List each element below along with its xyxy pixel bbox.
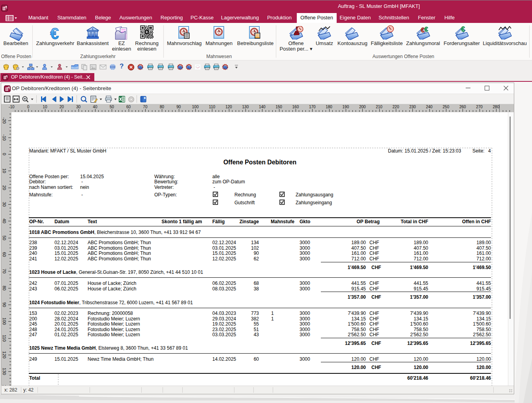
svg-text:€: €: [424, 26, 428, 33]
svg-text:€: €: [92, 27, 94, 31]
svg-text:€: €: [461, 26, 465, 33]
svg-text:€: €: [50, 27, 59, 42]
